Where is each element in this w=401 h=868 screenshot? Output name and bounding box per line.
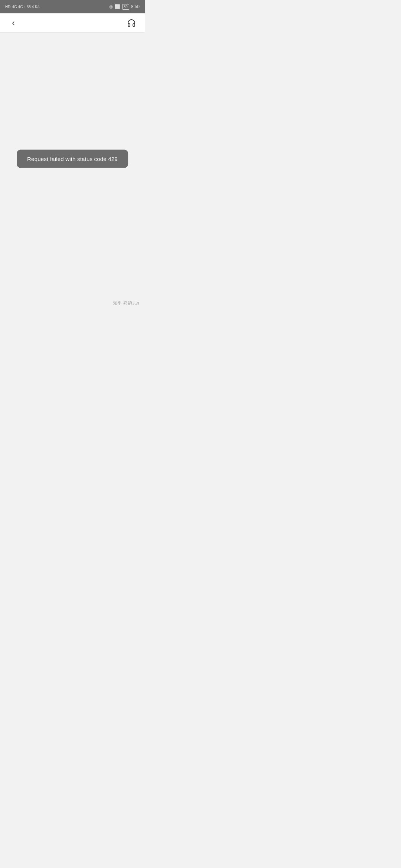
back-icon: ‹ [12, 18, 14, 28]
status-bar: HD 4G 4G+ 36.4 K/s ◎ ⬜ 89 8:50 [0, 0, 145, 13]
time-display: 8:50 [131, 4, 140, 9]
status-right: ◎ ⬜ 89 8:50 [109, 4, 140, 10]
mirror-icon: ⬜ [115, 4, 120, 9]
main-content: Request failed with status code 429 知乎 @… [0, 33, 145, 313]
watermark-text: 知乎 @婉儿rr [113, 300, 140, 306]
error-toast: Request failed with status code 429 [17, 150, 128, 168]
status-left: HD 4G 4G+ 36.4 K/s [5, 5, 40, 9]
battery-icon: 89 [122, 4, 129, 10]
network-indicator: 4G 4G+ [12, 5, 25, 9]
headphone-button[interactable] [125, 16, 138, 30]
watermark: 知乎 @婉儿rr [113, 300, 140, 306]
headphone-icon [127, 19, 136, 27]
hd-badge: HD [5, 5, 10, 9]
back-button[interactable]: ‹ [7, 16, 20, 30]
nav-bar: ‹ [0, 13, 145, 33]
location-icon: ◎ [109, 4, 113, 9]
error-message-text: Request failed with status code 429 [27, 156, 118, 162]
speed-indicator: 36.4 K/s [27, 5, 40, 9]
